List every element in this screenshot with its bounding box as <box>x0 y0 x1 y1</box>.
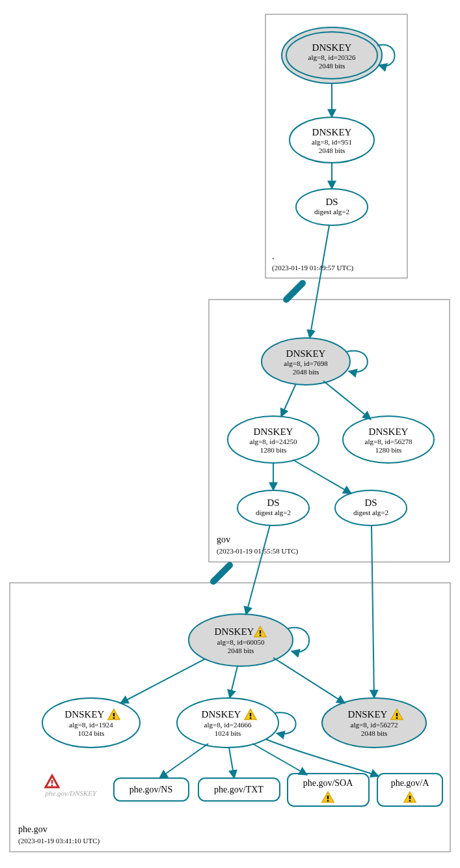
svg-text:2048 bits: 2048 bits <box>361 729 388 737</box>
error-icon <box>46 776 59 787</box>
node-phe-soa: phe.gov/SOA <box>288 774 369 806</box>
svg-text:2048 bits: 2048 bits <box>319 147 345 154</box>
svg-point-13 <box>296 189 368 225</box>
node-phe-missing-dnskey: phe.gov/DNSKEY <box>44 776 97 797</box>
svg-text:DNSKEY: DNSKEY <box>348 709 388 720</box>
edge-phe-zsk2-txt <box>229 748 234 778</box>
svg-text:1280 bits: 1280 bits <box>375 446 402 454</box>
svg-text:alg=8, id=20326: alg=8, id=20326 <box>308 53 356 61</box>
node-gov-ds1: DS digest alg=2 <box>237 490 309 525</box>
svg-text:DNSKEY: DNSKEY <box>312 127 352 137</box>
edge-gov-ksk-zsk1 <box>281 384 296 417</box>
svg-text:alg=8, id=60050: alg=8, id=60050 <box>217 638 265 646</box>
edge-root-ds-gov-ksk <box>310 225 329 338</box>
svg-text:1024 bits: 1024 bits <box>78 729 105 737</box>
svg-text:DNSKEY: DNSKEY <box>215 626 254 637</box>
edge-gov-ksk-zsk2 <box>323 381 371 419</box>
svg-text:digest alg=2: digest alg=2 <box>353 509 388 516</box>
node-phe-zsk3: DNSKEY alg=8, id=56272 2048 bits <box>322 698 426 748</box>
node-phe-a: phe.gov/A <box>377 774 442 806</box>
svg-text:DNSKEY: DNSKEY <box>369 427 409 437</box>
svg-text:phe.gov/NS: phe.gov/NS <box>129 785 173 794</box>
svg-text:DNSKEY: DNSKEY <box>254 427 293 437</box>
edge-phe-zsk2-soa <box>252 744 307 775</box>
node-gov-ksk: DNSKEY alg=8, id=7698 2048 bits <box>262 338 350 385</box>
svg-text:2048 bits: 2048 bits <box>319 62 345 70</box>
svg-text:DS: DS <box>267 497 279 508</box>
svg-text:digest alg=2: digest alg=2 <box>314 208 349 216</box>
svg-point-28 <box>237 490 309 525</box>
svg-text:2048 bits: 2048 bits <box>293 368 319 376</box>
node-root-ds: DS digest alg=2 <box>296 189 368 225</box>
svg-text:DS: DS <box>325 197 338 207</box>
svg-text:alg=8, id=24666: alg=8, id=24666 <box>204 721 252 729</box>
svg-text:2048 bits: 2048 bits <box>228 647 254 654</box>
node-phe-zsk1: DNSKEY alg=8, id=1924 1024 bits <box>42 698 140 748</box>
svg-text:digest alg=2: digest alg=2 <box>256 509 291 516</box>
node-phe-txt: phe.gov/TXT <box>198 778 280 801</box>
edge-phe-zsk2-ns <box>159 744 208 778</box>
node-phe-ns: phe.gov/NS <box>114 778 189 801</box>
svg-text:DNSKEY: DNSKEY <box>312 42 352 53</box>
edge-gov-zsk1-ds2 <box>293 460 351 494</box>
svg-text:alg=8, id=56272: alg=8, id=56272 <box>351 721 398 729</box>
svg-text:alg=8, id=951: alg=8, id=951 <box>312 138 352 146</box>
svg-text:alg=8, id=1924: alg=8, id=1924 <box>69 721 113 729</box>
edge-gov-ds2-phe-zsk3 <box>372 525 374 698</box>
svg-text:DNSKEY: DNSKEY <box>202 709 241 720</box>
svg-text:alg=8, id=56278: alg=8, id=56278 <box>365 438 413 445</box>
node-root-ksk: DNSKEY alg=8, id=20326 2048 bits <box>282 27 382 83</box>
svg-text:DS: DS <box>364 497 377 508</box>
zone-root-timestamp: (2023-01-19 01:49:57 UTC) <box>272 264 354 272</box>
dnssec-diagram: . (2023-01-19 01:49:57 UTC) DNSKEY alg=8… <box>0 0 460 868</box>
svg-text:phe.gov/TXT: phe.gov/TXT <box>214 785 264 794</box>
node-gov-zsk1: DNSKEY alg=8, id=24250 1280 bits <box>228 416 319 463</box>
svg-text:phe.gov/SOA: phe.gov/SOA <box>303 778 354 788</box>
zone-phe-timestamp: (2023-01-19 03:41:10 UTC) <box>18 837 100 845</box>
edge-phe-ksk-zsk1 <box>120 659 205 703</box>
svg-text:phe.gov/DNSKEY: phe.gov/DNSKEY <box>44 789 97 797</box>
zone-gov-label: gov <box>217 535 230 544</box>
edge-phe-ksk-zsk2 <box>230 666 237 698</box>
svg-text:phe.gov/A: phe.gov/A <box>391 778 430 788</box>
edge-phe-ksk-zsk3 <box>273 658 345 703</box>
node-gov-ds2: DS digest alg=2 <box>335 490 407 525</box>
svg-text:DNSKEY: DNSKEY <box>65 709 105 720</box>
zone-phe-label: phe.gov <box>18 824 47 834</box>
svg-text:alg=8, id=7698: alg=8, id=7698 <box>284 359 328 367</box>
zone-gov-timestamp: (2023-01-19 01:55:58 UTC) <box>217 547 299 555</box>
zonearrow-gov-phe <box>213 565 230 581</box>
edge-gov-ds1-phe-ksk <box>246 525 270 615</box>
node-phe-ksk: DNSKEY alg=8, id=60050 2048 bits <box>189 614 293 666</box>
svg-text:1280 bits: 1280 bits <box>260 446 287 454</box>
node-phe-zsk2: DNSKEY alg=8, id=24666 1024 bits <box>177 698 278 748</box>
svg-text:1024 bits: 1024 bits <box>215 729 241 737</box>
zone-root-label: . <box>272 251 275 261</box>
node-root-zsk: DNSKEY alg=8, id=951 2048 bits <box>290 117 374 163</box>
svg-point-31 <box>335 490 407 525</box>
node-gov-zsk2: DNSKEY alg=8, id=56278 1280 bits <box>343 416 434 463</box>
svg-text:DNSKEY: DNSKEY <box>286 348 326 359</box>
svg-text:alg=8, id=24250: alg=8, id=24250 <box>250 438 297 445</box>
